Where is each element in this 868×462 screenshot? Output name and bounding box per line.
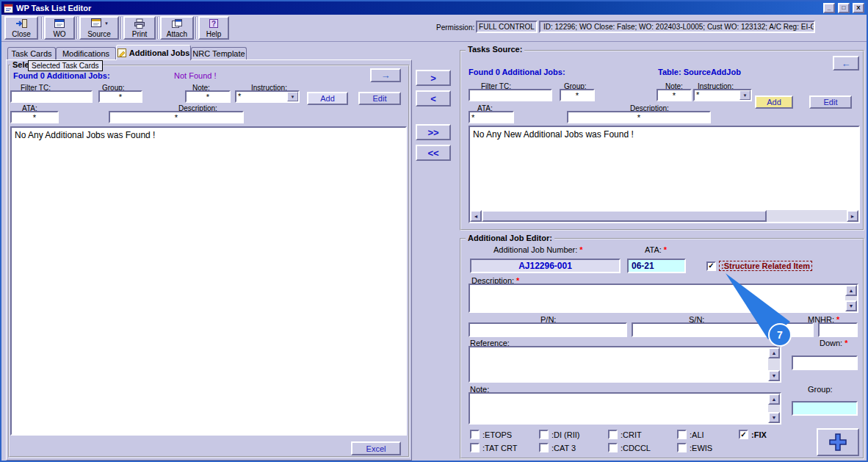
source-found-count: Found 0 Additional Jobs: [469,68,565,76]
tab-label: NRC Template [192,49,245,58]
flag-cat-3[interactable]: :CAT 3 [539,443,576,452]
tab-task-cards[interactable]: Task Cards [7,47,56,59]
toolbar-wo-button[interactable]: WO [44,16,75,40]
cat-3-checkbox[interactable] [539,443,549,452]
flag-ewis[interactable]: :EWIS [677,443,712,452]
required-marker: * [664,245,667,254]
toolbar-close-label: Close [12,30,31,38]
flag-ali[interactable]: :ALI [677,430,704,439]
left-description-input[interactable] [109,111,244,123]
flag-label: :DI (RII) [551,430,580,439]
svg-text:?: ? [211,20,216,28]
move-all-left-button[interactable]: << [416,145,451,161]
flag-di-rii[interactable]: :DI (RII) [539,430,580,439]
tat-crt-checkbox[interactable] [470,443,480,452]
move-source-left-button[interactable]: ← [833,56,859,71]
source-group-input[interactable] [560,89,595,101]
source-add-button[interactable]: Add [755,95,793,109]
move-all-right-glyph: >> [427,127,438,138]
source-ata-input[interactable] [469,111,514,123]
source-instruction-combobox[interactable]: * ▼ [693,89,752,101]
scroll-down-button[interactable]: ▼ [845,300,857,311]
move-left-button[interactable]: < [416,90,451,107]
fix-checkbox[interactable]: ✓ [739,430,748,439]
toolbar-separator [157,17,159,39]
toolbar-attach-button[interactable]: Attach [160,16,194,40]
permission-value-box: FULL CONTROL [476,21,538,33]
scroll-up-button[interactable]: ▲ [768,394,780,405]
editor-group-input[interactable] [792,401,858,416]
source-description-input[interactable] [567,111,711,123]
maximize-button[interactable]: □ [838,3,850,13]
ali-checkbox[interactable] [677,430,687,439]
job-number-field: AJ12296-001 [470,259,621,273]
left-found-count: Found 0 Additional Jobs: [13,71,110,80]
left-note-input[interactable] [185,90,231,103]
selected-tasks-list[interactable]: No Any Additional Jobs was Found ! [10,126,407,436]
tab-nrc-template[interactable]: NRC Template [191,47,247,59]
source-edit-button[interactable]: Edit [809,95,852,109]
editor-ata-field[interactable]: 06-21 [627,259,686,273]
toolbar-source-button[interactable]: ▼ Source [79,16,119,40]
flag-crit[interactable]: :CRIT [608,430,642,439]
move-selected-right-button[interactable]: → [370,68,401,82]
move-right-button[interactable]: > [416,70,451,86]
toolbar-print-button[interactable]: Print [123,16,156,40]
note-scrollbar[interactable]: ▲ ▼ [768,394,780,423]
left-edit-button[interactable]: Edit [358,92,401,105]
mnhr-input[interactable] [818,322,858,337]
dropdown-icon[interactable]: ▼ [287,92,298,101]
flag-etops[interactable]: :ETOPS [470,430,512,439]
flag-tat-crt[interactable]: :TAT CRT [470,443,517,452]
down-label: Down:* [820,339,847,347]
editor-ata-value: 06-21 [632,261,654,271]
source-dropdown-icon[interactable]: ▼ [104,21,109,26]
move-all-right-button[interactable]: >> [416,124,451,140]
down-input[interactable] [792,355,858,370]
scroll-down-button[interactable]: ▼ [768,370,780,381]
left-filter-tc-input[interactable] [10,90,93,103]
left-group-input[interactable] [98,90,142,103]
close-window-button[interactable]: X [853,3,864,13]
crit-checkbox[interactable] [608,430,618,439]
tab-label: Modifications [62,49,109,58]
source-note-input[interactable] [657,89,692,101]
source-list-message: No Any New Additional Jobs was Found ! [473,129,634,140]
flag-fix[interactable]: ✓ :FIX [739,430,767,439]
scroll-right-button[interactable]: ► [847,210,858,222]
left-ata-input[interactable] [10,111,59,123]
job-number-value: AJ12296-001 [518,261,572,271]
minimize-button[interactable]: _ [823,3,835,13]
add-additional-job-button[interactable] [817,428,859,456]
excel-export-button[interactable]: Excel [351,441,401,455]
flag-cdccl[interactable]: :CDCCL [608,443,651,452]
scroll-down-button[interactable]: ▼ [768,412,780,423]
cdccl-checkbox[interactable] [608,443,618,452]
flag-label: :CDCCL [621,444,651,452]
left-add-button[interactable]: Add [307,92,348,105]
pn-input[interactable] [469,322,627,337]
toolbar-close-button[interactable]: Close [4,16,38,40]
editor-ata-label: ATA:* [645,245,667,254]
etops-checkbox[interactable] [470,430,480,439]
scroll-track[interactable] [482,210,847,222]
additional-jobs-tab-icon [117,48,126,57]
scroll-up-button[interactable]: ▲ [845,285,857,296]
scroll-left-button[interactable]: ◄ [470,210,482,222]
left-instruction-combobox[interactable]: * ▼ [235,90,300,103]
scroll-thumb[interactable] [482,210,767,222]
toolbar-help-button[interactable]: ? Help [198,16,229,40]
source-list-hscrollbar[interactable]: ◄ ► [470,210,858,222]
tab-modifications[interactable]: Modifications [56,47,116,59]
source-jobs-list[interactable]: No Any New Additional Jobs was Found ! ◄… [469,126,860,223]
di-rii-checkbox[interactable] [539,430,549,439]
flag-label: :EWIS [690,444,712,452]
tab-additional-jobs[interactable]: Additional Jobs [116,45,191,60]
exit-door-icon [15,18,28,29]
source-filter-tc-input[interactable] [469,89,552,101]
editor-note-textarea[interactable]: ▲ ▼ [469,392,781,425]
ewis-checkbox[interactable] [677,443,687,452]
dropdown-icon[interactable]: ▼ [739,90,751,100]
description-scrollbar[interactable]: ▲ ▼ [845,285,857,311]
permission-value: FULL CONTROL [479,23,535,31]
